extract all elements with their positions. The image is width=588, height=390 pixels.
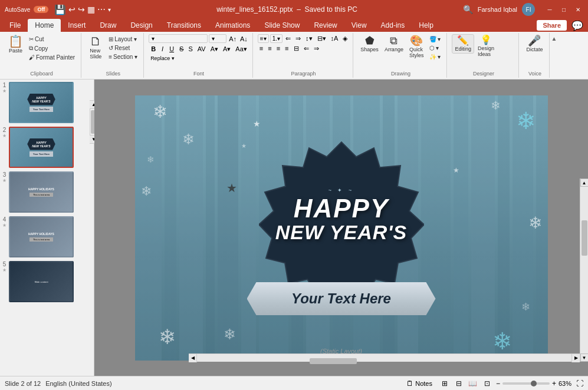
layout-button[interactable]: ⊞ Layout ▾ (106, 35, 140, 43)
font-size-dropdown[interactable]: ▾ (209, 34, 226, 43)
slide-thumb-5[interactable]: 5 ★ Slide content (2, 261, 91, 302)
increase-font-button[interactable]: A↑ (228, 35, 238, 43)
zoom-out-button[interactable]: − (496, 379, 500, 388)
decrease-para-indent[interactable]: ⇐ (302, 44, 311, 53)
indent-less-button[interactable]: ⇐ (284, 34, 293, 43)
arrange-button[interactable]: ⧉ Arrange (382, 34, 406, 54)
columns-button[interactable]: ⊟▾ (316, 34, 328, 43)
autosave-toggle[interactable]: Off (34, 6, 48, 13)
slide-thumbnail-5[interactable]: Slide content (9, 261, 74, 302)
slide-thumb-2[interactable]: 2 ★ HAPPYNEW YEAR'S Your Text Here (2, 127, 91, 168)
slide-frame[interactable]: ❄ ❄ ❄ ❄ ❄ ❄ ❄ ❄ ❄ ❄ ❄ ★ ★ ★ ★ ★ (135, 95, 548, 361)
format-painter-button[interactable]: 🖌 Format Painter (27, 54, 77, 61)
align-left-button[interactable]: ≡ (258, 44, 265, 53)
notes-button[interactable]: 🗒 Notes (403, 378, 436, 389)
banner-ribbon[interactable]: Your Text Here (247, 282, 436, 315)
text-direction-button[interactable]: ↕A (329, 34, 340, 43)
scroll-track[interactable] (580, 187, 589, 353)
normal-view-button[interactable]: ⊞ (438, 378, 451, 389)
tab-transitions[interactable]: Transitions (160, 19, 208, 32)
quick-styles-button[interactable]: 🎨 QuickStyles (407, 34, 426, 60)
tab-addins[interactable]: Add-ins (374, 19, 412, 32)
vertical-scrollbar[interactable]: ▲ ▼ (580, 179, 588, 362)
language-indicator[interactable]: English (United States) (45, 380, 112, 387)
zoom-slider-thumb[interactable] (531, 381, 537, 386)
scroll-up-button[interactable]: ▲ (90, 101, 94, 109)
your-text-label[interactable]: Your Text Here (291, 290, 391, 306)
increase-para-indent[interactable]: ⇒ (312, 44, 321, 53)
line-spacing-button[interactable]: ↕▾ (304, 34, 314, 43)
maximize-button[interactable]: □ (559, 4, 569, 15)
tab-slideshow[interactable]: Slide Show (257, 19, 307, 32)
zoom-level[interactable]: 63% (559, 380, 571, 387)
dictate-button[interactable]: 🎤 Dictate (524, 34, 545, 54)
slide-thumbnail-2[interactable]: HAPPYNEW YEAR'S Your Text Here (9, 127, 74, 168)
slide-panel-scroll-bar[interactable]: ▲ ▼ (90, 100, 94, 144)
fit-slide-button[interactable]: ⛶ (576, 379, 583, 388)
slide-thumbnail-1[interactable]: HAPPYNEW YEAR'S Your Text Here (9, 82, 74, 123)
char-spacing-button[interactable]: AV (196, 45, 208, 53)
search-icon[interactable]: 🔍 (463, 5, 473, 14)
scroll-down-button[interactable]: ▼ (90, 135, 94, 143)
redo-icon[interactable]: ↪ (78, 5, 85, 14)
slide-thumb-3[interactable]: 3 ★ HAPPY HOLIDAYS This is text area (2, 171, 91, 213)
design-ideas-button[interactable]: 💡 DesignIdeas (475, 34, 497, 58)
reset-button[interactable]: ↺ Reset (106, 44, 140, 52)
close-button[interactable]: ✕ (573, 4, 583, 15)
font-color-picker[interactable]: A▾ (209, 45, 220, 54)
font-replace-button[interactable]: Replace ▾ (149, 55, 176, 62)
present-icon[interactable]: ▦ (87, 5, 95, 14)
strikethrough-button[interactable]: S (178, 45, 185, 53)
align-center-button[interactable]: ≡ (266, 44, 273, 53)
shape-fill-button[interactable]: 🪣 ▾ (427, 35, 443, 43)
scroll-right-btn[interactable]: ▶ (571, 354, 580, 362)
section-button[interactable]: ≡ Section ▾ (106, 53, 140, 61)
numbering-button[interactable]: 1.▾ (270, 34, 282, 43)
text-case-button[interactable]: Aa▾ (234, 45, 248, 54)
hscroll-thumb[interactable] (310, 358, 357, 364)
slide-thumb-1[interactable]: 1 ★ HAPPYNEW YEAR'S Your Text Here (2, 82, 91, 123)
tab-home[interactable]: Home (28, 19, 61, 32)
share-button[interactable]: Share (537, 20, 567, 31)
more-icon[interactable]: ⋯ (97, 5, 106, 14)
collapse-ribbon[interactable]: ▲ (551, 33, 557, 78)
tab-file[interactable]: File (2, 19, 28, 32)
italic-button[interactable]: I (159, 44, 166, 54)
reading-view-button[interactable]: 📖 (467, 378, 479, 389)
scroll-thumb[interactable] (582, 220, 587, 256)
slide-panel-scroll[interactable]: 1 ★ HAPPYNEW YEAR'S Your Text Here (0, 80, 94, 376)
tab-animations[interactable]: Animations (208, 19, 257, 32)
slide-thumbnail-4[interactable]: HAPPY HOLIDAYS This is text area (9, 216, 74, 257)
font-name-dropdown[interactable]: ▾ (149, 34, 208, 43)
minimize-button[interactable]: ─ (544, 4, 555, 15)
tab-insert[interactable]: Insert (61, 19, 93, 32)
slide-sorter-button[interactable]: ⊟ (452, 378, 465, 389)
tab-help[interactable]: Help (412, 19, 441, 32)
zoom-slider[interactable] (502, 382, 550, 385)
tab-design[interactable]: Design (123, 19, 159, 32)
smartart-button[interactable]: ◈ (341, 34, 349, 43)
bold-button[interactable]: B (149, 44, 158, 54)
bullets-button[interactable]: ≡▾ (258, 34, 269, 43)
paste-button[interactable]: 📋 Paste (6, 34, 25, 55)
scroll-left-btn[interactable]: ◀ (189, 354, 197, 362)
tab-view[interactable]: View (344, 19, 374, 32)
shape-outline-button[interactable]: ⬡ ▾ (427, 44, 443, 52)
highlight-color-picker[interactable]: A▾ (221, 45, 232, 54)
tab-draw[interactable]: Draw (93, 19, 123, 32)
scroll-up-btn[interactable]: ▲ (580, 179, 589, 187)
more-para-button[interactable]: ⊟ (292, 44, 301, 53)
presenter-view-button[interactable]: ⊡ (481, 378, 494, 389)
editing-button[interactable]: ✏️ Editing (452, 34, 474, 54)
new-slide-button[interactable]: 🗋 NewSlide (86, 34, 105, 61)
shapes-button[interactable]: ⬟ Shapes (358, 34, 381, 54)
undo-icon[interactable]: ↩ (68, 5, 75, 14)
copy-button[interactable]: ⧉ Copy (27, 44, 77, 52)
slide-thumb-4[interactable]: 4 ★ HAPPY HOLIDAYS This is text area (2, 216, 91, 257)
slide-thumbnail-3[interactable]: HAPPY HOLIDAYS This is text area (9, 171, 74, 213)
underline-button[interactable]: U (167, 44, 176, 54)
justify-button[interactable]: ≡ (283, 44, 290, 53)
save-icon[interactable]: 💾 (54, 4, 66, 15)
decrease-font-button[interactable]: A↓ (239, 35, 249, 43)
scroll-down-btn[interactable]: ▼ (580, 353, 589, 362)
